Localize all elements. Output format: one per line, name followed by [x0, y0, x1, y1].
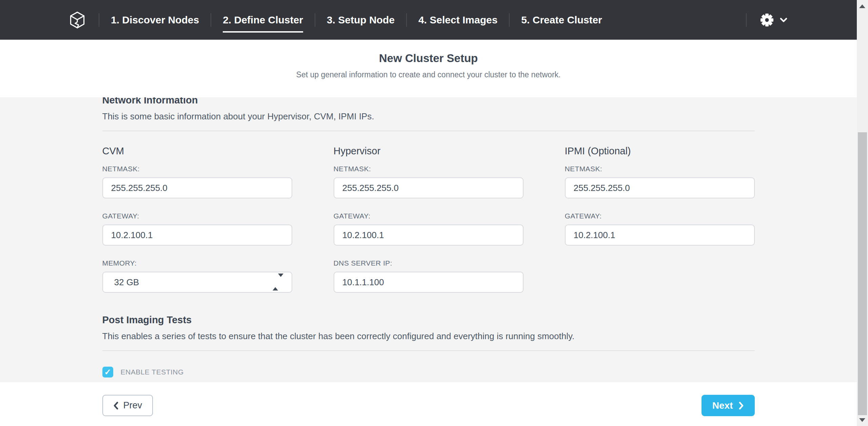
chevron-left-icon — [113, 402, 119, 410]
vertical-scrollbar[interactable] — [857, 0, 868, 426]
hypervisor-dns-input[interactable] — [334, 272, 524, 293]
section-divider — [102, 131, 755, 131]
field-label: NETMASK: — [102, 165, 292, 173]
app-logo-cube-icon — [70, 11, 85, 29]
step-select-images[interactable]: 4. Select Images — [407, 14, 509, 26]
cvm-memory-select[interactable]: 32 GB — [102, 272, 292, 293]
chevron-right-icon — [738, 402, 744, 410]
hypervisor-netmask-input[interactable] — [334, 177, 524, 198]
cvm-memory-field: MEMORY: 32 GB — [102, 259, 292, 293]
post-imaging-description: This enables a series of tests to ensure… — [102, 331, 755, 342]
field-label: GATEWAY: — [334, 212, 524, 220]
cvm-netmask-input[interactable] — [102, 177, 292, 198]
field-label: NETMASK: — [565, 165, 755, 173]
next-button[interactable]: Next — [702, 395, 755, 416]
form-content: Network Information This is some basic i… — [0, 97, 857, 382]
field-label: GATEWAY: — [102, 212, 292, 220]
hypervisor-gateway-field: GATEWAY: — [334, 212, 524, 246]
field-label: NETMASK: — [334, 165, 524, 173]
network-information-description: This is some basic information about you… — [102, 111, 755, 122]
step-create-cluster[interactable]: 5. Create Cluster — [510, 14, 613, 26]
ipmi-netmask-input[interactable] — [565, 177, 755, 198]
column-hypervisor: Hypervisor NETMASK: GATEWAY: DNS SERVER … — [334, 146, 524, 293]
cvm-gateway-input[interactable] — [102, 225, 292, 246]
page-header: New Cluster Setup Set up general informa… — [0, 40, 857, 97]
navbar-right — [746, 13, 787, 27]
column-title: IPMI (Optional) — [565, 146, 755, 157]
wizard-footer: Prev Next — [0, 382, 857, 426]
network-information-heading: Network Information — [102, 97, 755, 106]
scrollbar-down-arrow-icon[interactable] — [859, 418, 865, 422]
ipmi-gateway-field: GATEWAY: — [565, 212, 755, 246]
enable-testing-checkbox[interactable]: ✓ — [102, 367, 113, 377]
ipmi-netmask-field: NETMASK: — [565, 165, 755, 198]
column-title: Hypervisor — [334, 146, 524, 157]
section-divider — [102, 350, 755, 351]
cvm-gateway-field: GATEWAY: — [102, 212, 292, 246]
gear-icon — [760, 13, 774, 27]
prev-button[interactable]: Prev — [102, 395, 153, 416]
next-button-label: Next — [712, 400, 733, 411]
scrollbar-up-arrow-icon[interactable] — [859, 4, 865, 8]
hypervisor-netmask-field: NETMASK: — [334, 165, 524, 198]
field-label: GATEWAY: — [565, 212, 755, 220]
post-imaging-heading: Post Imaging Tests — [102, 314, 755, 326]
network-columns: CVM NETMASK: GATEWAY: MEMORY: 32 GB — [102, 146, 755, 293]
column-cvm: CVM NETMASK: GATEWAY: MEMORY: 32 GB — [102, 146, 292, 293]
scrollbar-thumb[interactable] — [858, 132, 867, 415]
field-label: MEMORY: — [102, 259, 292, 267]
prev-button-label: Prev — [123, 400, 142, 411]
settings-menu-button[interactable] — [747, 13, 787, 27]
top-navbar: 1. Discover Nodes 2. Define Cluster 3. S… — [0, 0, 857, 40]
column-title: CVM — [102, 146, 292, 157]
step-setup-node[interactable]: 3. Setup Node — [315, 14, 406, 26]
chevron-down-icon — [780, 18, 787, 22]
column-ipmi: IPMI (Optional) NETMASK: GATEWAY: — [565, 146, 755, 293]
cvm-netmask-field: NETMASK: — [102, 165, 292, 198]
select-stepper-icon — [273, 277, 283, 288]
ipmi-gateway-input[interactable] — [565, 225, 755, 246]
checkmark-icon: ✓ — [104, 367, 111, 377]
enable-testing-label: ENABLE TESTING — [121, 368, 184, 376]
page: 1. Discover Nodes 2. Define Cluster 3. S… — [0, 0, 857, 426]
selected-value: 32 GB — [114, 277, 139, 288]
hypervisor-gateway-input[interactable] — [334, 225, 524, 246]
hypervisor-dns-field: DNS SERVER IP: — [334, 259, 524, 293]
step-discover-nodes[interactable]: 1. Discover Nodes — [99, 14, 211, 26]
page-title: New Cluster Setup — [0, 40, 857, 65]
page-subtitle: Set up general information to create and… — [0, 70, 857, 79]
enable-testing-row: ✓ ENABLE TESTING — [102, 367, 755, 377]
field-label: DNS SERVER IP: — [334, 259, 524, 267]
step-define-cluster[interactable]: 2. Define Cluster — [211, 14, 315, 26]
